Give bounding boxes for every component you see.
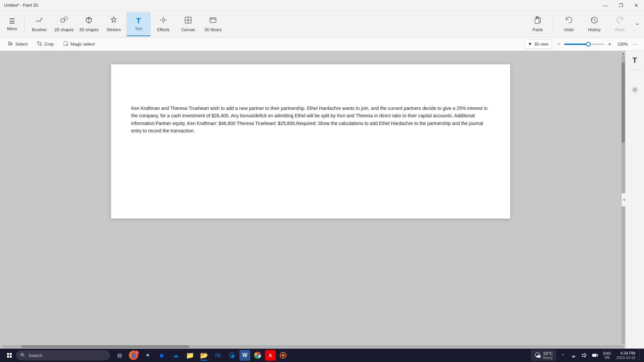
text-tool[interactable]: T Text xyxy=(126,12,151,36)
undo-button[interactable]: Undo xyxy=(557,12,581,36)
taskbar-acrobat[interactable]: A xyxy=(265,350,276,361)
taskbar-word[interactable]: W xyxy=(239,350,250,361)
right-panel-text-icon: T xyxy=(628,54,642,67)
toolbar-right: Paste Undo History xyxy=(526,12,641,36)
title-bar: Untitled* - Paint 3D — ❐ ✕ xyxy=(0,0,644,11)
svg-point-6 xyxy=(162,19,165,21)
zoom-slider-fill xyxy=(564,44,588,45)
svg-rect-2 xyxy=(61,19,64,22)
taskbar-dropbox[interactable]: ◆ xyxy=(155,349,168,361)
h-scroll-track xyxy=(1,345,624,348)
stickers-icon xyxy=(110,16,118,26)
title-bar-title: Untitled* - Paint 3D xyxy=(4,3,38,8)
system-tray: ^ xyxy=(558,351,600,360)
toolbar-separator xyxy=(24,14,24,34)
svg-rect-30 xyxy=(10,353,12,355)
2d-shapes-icon xyxy=(60,16,68,26)
taskbar-chrome[interactable] xyxy=(251,349,264,361)
svg-line-1 xyxy=(41,18,42,19)
taskbar-onedrive[interactable]: ☁ xyxy=(169,349,182,361)
canvas-area[interactable]: Ken Kraftman and Theresa Trueheart wish … xyxy=(0,51,621,349)
battery-icon[interactable] xyxy=(590,351,600,360)
show-hidden-icons-button[interactable]: ^ xyxy=(558,351,568,360)
more-options-button[interactable]: ··· xyxy=(631,40,640,49)
main-area: Ken Kraftman and Theresa Trueheart wish … xyxy=(0,51,644,349)
svg-rect-32 xyxy=(10,356,12,358)
taskbar-taskview[interactable]: ⊟ xyxy=(113,349,126,361)
show-desktop-button[interactable] xyxy=(639,349,641,361)
sub-toolbar-right: ⚑ 3D view − + 100% ··· xyxy=(525,40,640,49)
taskbar-search[interactable]: 🔍 Search xyxy=(16,350,110,360)
select-icon xyxy=(8,41,13,48)
3d-library-tool[interactable]: 3D library xyxy=(201,12,225,36)
start-button[interactable] xyxy=(3,349,16,361)
taskbar-edge[interactable] xyxy=(225,349,239,361)
zoom-percent: 100% xyxy=(615,42,628,47)
canvas-text-content[interactable]: Ken Kraftman and Theresa Trueheart wish … xyxy=(131,105,490,135)
minimize-button[interactable]: — xyxy=(598,0,613,11)
sound-icon[interactable] xyxy=(580,351,589,360)
2d-shapes-tool[interactable]: 2D shapes xyxy=(52,12,76,36)
weather-widget[interactable]: 🌤 19°C Sunny xyxy=(531,350,556,361)
right-panel-settings-button[interactable] xyxy=(629,84,641,96)
avatar-badge: 1 xyxy=(134,351,139,355)
history-button[interactable]: History xyxy=(582,12,606,36)
3d-shapes-icon xyxy=(85,16,93,26)
taskbar-folder2[interactable]: 📁 xyxy=(183,349,197,361)
sub-toolbar: Select Crop Magic select ⚑ 3D view − xyxy=(0,38,644,51)
right-panel-separator xyxy=(629,70,641,70)
magic-select-icon xyxy=(63,41,68,48)
menu-button[interactable]: ☰ Menu xyxy=(3,12,21,36)
right-panel: T xyxy=(625,51,644,349)
weather-text: 19°C Sunny xyxy=(543,351,553,360)
panel-collapse-button[interactable] xyxy=(622,193,626,206)
text-icon: T xyxy=(136,16,141,25)
brushes-icon xyxy=(35,16,43,26)
h-scroll-thumb[interactable] xyxy=(21,345,189,348)
clock[interactable]: 4:34 PM 2023-10-10 xyxy=(614,350,637,360)
paste-button[interactable]: Paste xyxy=(526,12,550,36)
weather-icon: 🌤 xyxy=(534,352,541,359)
svg-rect-21 xyxy=(536,16,538,18)
3d-shapes-tool[interactable]: 3D shapes xyxy=(77,12,101,36)
taskbar-copilot[interactable]: ✦ xyxy=(141,349,154,361)
main-toolbar: ☰ Menu Brushes 2D shapes xyxy=(0,11,644,38)
taskbar-avatar[interactable]: 👤 1 xyxy=(127,349,140,361)
horizontal-scrollbar[interactable] xyxy=(0,345,625,349)
zoom-in-button[interactable]: + xyxy=(606,40,614,48)
3d-library-icon xyxy=(209,16,217,26)
taskbar-right: 🌤 19°C Sunny ^ xyxy=(531,349,641,361)
canvas-tool[interactable]: Canvas xyxy=(176,12,200,36)
menu-icon: ☰ xyxy=(9,17,15,25)
toolbar-right-separator xyxy=(553,14,553,34)
scroll-up-button[interactable]: ▲ xyxy=(622,52,625,55)
3d-view-button[interactable]: ⚑ 3D view xyxy=(525,40,552,49)
language-button[interactable]: ENG US xyxy=(602,351,612,360)
close-button[interactable]: ✕ xyxy=(629,0,644,11)
toolbar-collapse-button[interactable] xyxy=(633,12,641,36)
select-button[interactable]: Select xyxy=(4,39,32,50)
right-panel-bottom xyxy=(629,84,641,96)
redo-icon xyxy=(616,16,624,26)
magic-select-button[interactable]: Magic select xyxy=(59,39,99,50)
taskbar-browser2[interactable] xyxy=(276,349,290,361)
taskbar-apps: ⊟ 👤 1 ✦ ◆ ☁ 📁 📂 🛍 W A xyxy=(113,349,290,361)
crop-icon xyxy=(37,41,42,48)
zoom-out-button[interactable]: − xyxy=(555,40,563,48)
stickers-tool[interactable]: Stickers xyxy=(102,12,126,36)
network-icon[interactable] xyxy=(569,351,578,360)
zoom-slider-thumb[interactable] xyxy=(586,42,591,47)
taskbar-store[interactable]: 🛍 xyxy=(211,349,225,361)
crop-button[interactable]: Crop xyxy=(33,39,58,50)
svg-rect-18 xyxy=(535,19,539,23)
drawing-canvas[interactable]: Ken Kraftman and Theresa Trueheart wish … xyxy=(111,64,510,219)
scroll-thumb[interactable] xyxy=(622,62,625,143)
taskbar-explorer[interactable]: 📂 xyxy=(197,349,211,361)
zoom-slider[interactable] xyxy=(564,44,604,45)
maximize-button[interactable]: ❐ xyxy=(613,0,629,11)
brushes-tool[interactable]: Brushes xyxy=(27,12,51,36)
redo-button[interactable]: Redo xyxy=(608,12,632,36)
effects-tool[interactable]: Effects xyxy=(151,12,175,36)
svg-rect-29 xyxy=(7,353,9,355)
svg-rect-31 xyxy=(7,356,9,358)
